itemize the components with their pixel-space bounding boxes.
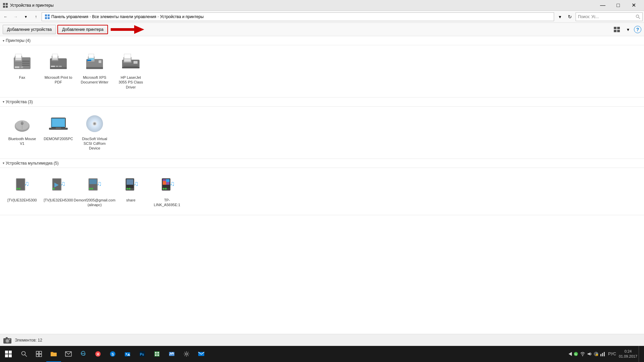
view-options-button[interactable] (612, 25, 622, 34)
recent-locations-button[interactable]: ▾ (21, 12, 30, 21)
device-share[interactable]: ♫ share (114, 172, 148, 210)
svg-rect-45 (122, 67, 140, 68)
settings-button[interactable] (179, 346, 194, 362)
device-ms-print-pdf[interactable]: Microsoft Print to PDF (42, 49, 75, 92)
task-view-button[interactable] (32, 346, 46, 362)
forward-button[interactable]: → (11, 12, 20, 21)
device-discsoft[interactable]: DiscSoft Virtual SCSI CdRom Device (78, 111, 111, 153)
svg-point-68 (17, 188, 18, 189)
add-printer-button[interactable]: Добавление принтера (57, 25, 108, 34)
device-demonf2005pc[interactable]: DEMONF2005PC (42, 111, 75, 153)
svg-point-52 (21, 122, 23, 123)
device-hp-laserjet[interactable]: HP LaserJet 3055 PS Class Driver (114, 49, 148, 92)
hp-laserjet-label: HP LaserJet 3055 PS Class Driver (116, 75, 145, 89)
language-indicator[interactable]: РУС (607, 352, 618, 356)
svg-rect-103 (39, 351, 42, 354)
device-tv2[interactable]: ♫ [TV]UE32EH5300 (42, 172, 75, 210)
show-hidden-icons[interactable] (569, 351, 572, 357)
path-control-panel[interactable]: Панель управления (51, 14, 88, 19)
device-demonf-gmail[interactable]: ♫ Demonf2005@gmail.com (alinapc) (78, 172, 111, 210)
up-button[interactable]: ↑ (32, 12, 40, 21)
content-area: ▾ Принтеры (4) Fax (0, 36, 644, 334)
network-icon[interactable] (600, 351, 605, 357)
view-dropdown-button[interactable]: ▾ (623, 25, 633, 34)
discsoft-label: DiscSoft Virtual SCSI CdRom Device (80, 136, 109, 151)
folder-icon (50, 351, 57, 357)
ms-print-pdf-label: Microsoft Print to PDF (44, 75, 73, 85)
device-tv1[interactable]: ♫ [TV]UE32EH5300 (5, 172, 39, 210)
help-button[interactable]: ? (634, 26, 641, 33)
start-button[interactable] (0, 346, 17, 362)
maximize-button[interactable]: □ (610, 0, 626, 11)
svg-rect-120 (155, 352, 157, 354)
file-explorer-button[interactable] (46, 346, 61, 362)
title-bar-left: Устройства и принтеры (3, 3, 54, 8)
svg-rect-104 (36, 354, 39, 357)
mail2-button[interactable] (194, 346, 209, 362)
volume-icon[interactable] (587, 351, 592, 357)
fax-label: Fax (19, 75, 25, 80)
svg-point-74 (53, 188, 55, 189)
media-section-content: ♫ [TV]UE32EH5300 ♫ [TV]UE32EH530 (0, 168, 644, 216)
svg-point-99 (9, 339, 10, 340)
search-button[interactable] (17, 346, 32, 362)
app1-button[interactable] (150, 346, 164, 362)
svg-rect-108 (51, 353, 57, 356)
minimize-button[interactable]: — (595, 0, 610, 11)
svg-rect-39 (86, 67, 103, 69)
show-desktop-button[interactable] (639, 346, 641, 362)
address-bar: ← → ▾ ↑ Панель управления › Все элементы… (0, 11, 644, 23)
refresh-button[interactable]: ↻ (566, 12, 574, 21)
yandex-button[interactable]: Я (91, 346, 105, 362)
svg-rect-98 (6, 337, 8, 339)
dropdown-button[interactable]: ▾ (555, 12, 564, 21)
svg-marker-11 (134, 25, 144, 34)
svg-rect-22 (15, 66, 19, 68)
device-fax[interactable]: Fax (5, 49, 39, 92)
share-icon: ♫ (120, 174, 142, 196)
path-all-items[interactable]: Все элементы панели управления (92, 14, 156, 19)
app1-icon (154, 351, 160, 357)
status-bar: Элементов: 12 (0, 334, 644, 346)
svg-point-80 (91, 188, 93, 189)
skype-button[interactable]: S (105, 346, 120, 362)
security-icon[interactable]: 🔒 (593, 351, 599, 357)
svg-text:N: N (575, 353, 577, 356)
edge-button[interactable] (76, 346, 91, 362)
media-section-header[interactable]: ▾ Устройства мультимедиа (5) (0, 159, 644, 168)
svg-text:Ps: Ps (140, 353, 144, 356)
mail-button[interactable] (61, 346, 76, 362)
wifi-icon[interactable] (580, 351, 585, 357)
printers-section-header[interactable]: ▾ Принтеры (4) (0, 36, 644, 45)
path-devices[interactable]: Устройства и принтеры (160, 14, 204, 19)
system-time[interactable]: 0:24 01.09.2017 (619, 349, 637, 359)
search-icon (636, 14, 640, 19)
devices-section-header[interactable]: ▾ Устройства (3) (0, 98, 644, 107)
view-icon (614, 27, 621, 32)
arrow-annotation: Добавление принтера (57, 24, 144, 35)
svg-rect-46 (124, 54, 131, 58)
photoshop-button[interactable]: Ps (135, 346, 150, 362)
close-button[interactable]: ✕ (626, 0, 641, 11)
svg-rect-10 (111, 28, 134, 31)
windows-logo (5, 351, 12, 357)
svg-point-86 (129, 188, 130, 189)
svg-point-130 (582, 356, 583, 356)
svg-point-115 (126, 353, 127, 355)
svg-point-94 (165, 188, 167, 189)
maps-button[interactable] (164, 346, 179, 362)
tray-icon-1[interactable]: N (573, 351, 579, 357)
svg-rect-37 (99, 60, 101, 63)
address-path: Панель управления › Все элементы панели … (42, 12, 554, 21)
back-button[interactable]: ← (1, 12, 10, 21)
printers-section-title: Принтеры (4) (6, 38, 31, 43)
photos-button[interactable] (120, 346, 135, 362)
window-icon (3, 3, 8, 8)
device-tp-link[interactable]: ♫ TP-LINK_A5695E:1 (150, 172, 184, 210)
device-xps-writer[interactable]: Microsoft XPS Document Writer (78, 49, 111, 92)
svg-rect-77 (89, 179, 97, 184)
device-bluetooth-mouse[interactable]: Bluetooth Mouse V1 (5, 111, 39, 153)
search-input[interactable] (578, 14, 634, 19)
svg-rect-102 (36, 351, 39, 354)
add-device-button[interactable]: Добавление устройства (3, 25, 56, 34)
